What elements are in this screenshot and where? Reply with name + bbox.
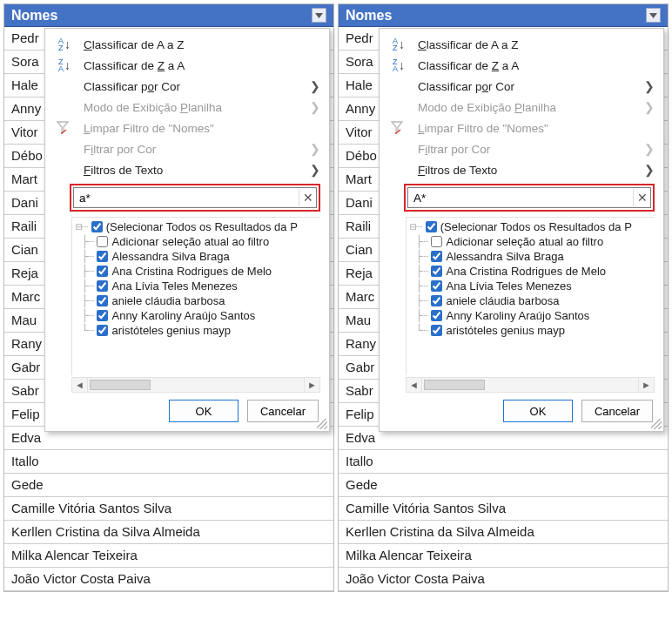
clear-search-icon[interactable]: ✕ — [299, 189, 316, 206]
tree-item[interactable]: ├┈ Anny Karoliny Araújo Santos — [410, 308, 655, 323]
tree-label: Alessandra Silva Braga — [111, 250, 229, 263]
tree-label: Anny Karoliny Araújo Santos — [111, 309, 255, 322]
checkbox[interactable] — [97, 236, 108, 247]
ok-button[interactable]: OK — [169, 400, 239, 422]
checkbox[interactable] — [431, 236, 442, 247]
checkbox[interactable] — [91, 221, 103, 232]
tree-select-all[interactable]: ⊟┈ (Selecionar Todos os Resultados da P — [76, 219, 320, 234]
tree-label: aristóteles genius mayp — [446, 324, 565, 337]
checkbox[interactable] — [97, 280, 108, 292]
tree-label: Ana Cristina Rodrigues de Melo — [111, 265, 272, 278]
cell-row[interactable]: Kerllen Cristina da Silva Almeida — [339, 521, 668, 544]
cell-row[interactable]: Gede — [339, 474, 668, 497]
tree-add-current[interactable]: ├┈ Adicionar seleção atual ao filtro — [76, 234, 320, 249]
checkbox[interactable] — [431, 325, 442, 336]
chevron-right-icon: ❯ — [310, 163, 320, 177]
cell-row[interactable]: Itallo — [339, 450, 668, 474]
checkbox[interactable] — [97, 295, 108, 306]
tree-label: (Selecionar Todos os Resultados da P — [440, 220, 632, 233]
tree-item[interactable]: ├┈ Ana Lívia Teles Menezes — [410, 279, 655, 293]
tree-add-current[interactable]: ├┈ Adicionar seleção atual ao filtro — [410, 234, 655, 249]
tree-item[interactable]: ├┈ Ana Lívia Teles Menezes — [76, 279, 320, 293]
tree-item[interactable]: └┈ aristóteles genius mayp — [76, 323, 320, 338]
resize-grip-icon[interactable] — [317, 419, 327, 429]
chevron-right-icon: ❯ — [310, 79, 320, 93]
svg-point-1 — [395, 132, 397, 134]
tree-select-all[interactable]: ⊟┈ (Selecionar Todos os Resultados da P — [410, 219, 655, 234]
filter-dropdown: AZ ↓Classificar de A a Z ZA ↓Classificar… — [379, 28, 664, 432]
chevron-right-icon: ❯ — [644, 79, 655, 93]
search-input[interactable] — [408, 190, 633, 206]
sort-by-color[interactable]: Classificar por Cor❯ — [380, 76, 663, 97]
tree-label: (Selecionar Todos os Resultados da P — [106, 220, 298, 233]
cell-row[interactable]: João Victor Costa Paiva — [339, 568, 668, 591]
tree-label: Ana Lívia Teles Menezes — [111, 279, 237, 293]
tree-item[interactable]: └┈ aristóteles genius mayp — [410, 323, 655, 338]
checkbox[interactable] — [426, 221, 437, 232]
cell-row[interactable]: Milka Alencar Teixeira — [4, 544, 333, 568]
text-filters[interactable]: Filtros de Texto❯ — [380, 159, 663, 180]
tree-item[interactable]: ├┈ Ana Cristina Rodrigues de Melo — [410, 264, 655, 279]
tree-label: Ana Cristina Rodrigues de Melo — [446, 265, 606, 278]
cell-row[interactable]: Camille Vitória Santos Silva — [4, 497, 333, 521]
scroll-right-icon[interactable]: ► — [304, 378, 319, 392]
checkbox[interactable] — [431, 251, 442, 262]
cell-row[interactable]: João Victor Costa Paiva — [4, 568, 333, 591]
column-header[interactable]: Nomes — [339, 4, 668, 27]
sort-a-to-z[interactable]: AZ ↓Classificar de A a Z — [45, 34, 329, 55]
column-title: Nomes — [346, 8, 392, 24]
checkbox[interactable] — [431, 266, 442, 277]
view-sheet: Modo de Exibição Planilha❯ — [380, 97, 663, 118]
column-header[interactable]: Nomes — [4, 4, 333, 27]
resize-grip-icon[interactable] — [651, 419, 662, 429]
cell-row[interactable]: Gede — [4, 474, 333, 497]
checkbox[interactable] — [97, 310, 108, 321]
tree-item[interactable]: ├┈ Alessandra Silva Braga — [76, 249, 320, 264]
horizontal-scrollbar[interactable]: ◄ ► — [71, 377, 320, 393]
cell-row[interactable]: Milka Alencar Teixeira — [339, 544, 668, 568]
scroll-thumb[interactable] — [424, 380, 485, 390]
scroll-left-icon[interactable]: ◄ — [72, 378, 88, 392]
horizontal-scrollbar[interactable]: ◄ ► — [406, 377, 655, 393]
text-filters[interactable]: Filtros de Texto❯ — [45, 159, 329, 180]
clear-filter: Limpar Filtro de "Nomes" — [380, 118, 663, 138]
checkbox[interactable] — [431, 310, 442, 321]
checkbox[interactable] — [97, 325, 108, 336]
tree-item[interactable]: ├┈ aniele cláudia barbosa — [76, 293, 320, 308]
checkbox[interactable] — [431, 280, 442, 292]
sort-by-color[interactable]: Classificar por Cor❯ — [45, 76, 329, 97]
checkbox[interactable] — [431, 295, 442, 306]
search-input[interactable] — [74, 190, 299, 206]
filter-dropdown-button[interactable] — [646, 8, 661, 23]
tree-label: Adicionar seleção atual ao filtro — [446, 235, 603, 248]
tree-item[interactable]: ├┈ aniele cláudia barbosa — [410, 293, 655, 308]
clear-search-icon[interactable]: ✕ — [633, 189, 650, 206]
tree-item[interactable]: ├┈ Ana Cristina Rodrigues de Melo — [76, 264, 320, 279]
checkbox[interactable] — [97, 251, 108, 262]
filter-tree: ⊟┈ (Selecionar Todos os Resultados da P … — [71, 217, 320, 375]
cell-row[interactable]: Kerllen Cristina da Silva Almeida — [4, 521, 333, 544]
sort-z-to-a[interactable]: ZA ↓Classificar de Z a A — [45, 55, 329, 76]
tree-item[interactable]: ├┈ Alessandra Silva Braga — [410, 249, 655, 264]
checkbox[interactable] — [97, 266, 108, 277]
tree-label: aristóteles genius mayp — [111, 324, 231, 337]
scroll-thumb[interactable] — [90, 380, 151, 390]
column-title: Nomes — [11, 8, 57, 24]
tree-label: Adicionar seleção atual ao filtro — [111, 235, 269, 248]
chevron-right-icon: ❯ — [644, 100, 655, 114]
tree-label: Anny Karoliny Araújo Santos — [446, 309, 589, 322]
cell-row[interactable]: Itallo — [4, 450, 333, 474]
cancel-button[interactable]: Cancelar — [581, 400, 653, 422]
sort-z-to-a[interactable]: ZA ↓Classificar de Z a A — [380, 55, 663, 76]
tree-item[interactable]: ├┈ Anny Karoliny Araújo Santos — [76, 308, 320, 323]
ok-button[interactable]: OK — [503, 400, 573, 422]
chevron-right-icon: ❯ — [310, 100, 320, 114]
cancel-button[interactable]: Cancelar — [247, 400, 319, 422]
cell-row[interactable]: Camille Vitória Santos Silva — [339, 497, 668, 521]
filter-dropdown-button[interactable] — [312, 8, 326, 23]
chevron-right-icon: ❯ — [310, 142, 320, 156]
scroll-right-icon[interactable]: ► — [638, 378, 654, 392]
search-box: ✕ — [407, 187, 651, 208]
sort-a-to-z[interactable]: AZ ↓Classificar de A a Z — [380, 34, 663, 55]
scroll-left-icon[interactable]: ◄ — [407, 378, 422, 392]
